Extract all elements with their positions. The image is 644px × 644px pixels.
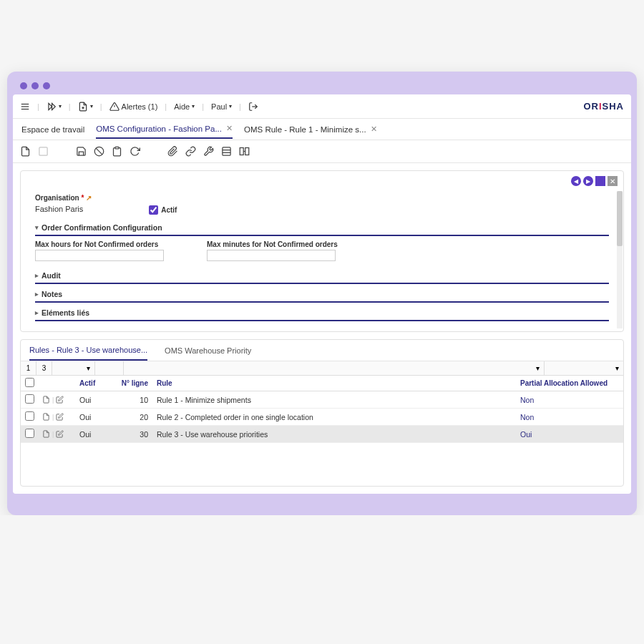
action-bar bbox=[13, 140, 631, 163]
brand-logo: ORISHA bbox=[583, 101, 624, 112]
open-icon[interactable] bbox=[42, 430, 50, 438]
help-button[interactable]: Aide ▾ bbox=[174, 102, 195, 111]
table-row[interactable]: | Oui 10 Rule 1 - Minimize shipments Non bbox=[21, 391, 623, 409]
content-area: ◀ ▶ ✕ Organisation * ↗ Fashion Paris bbox=[13, 163, 631, 494]
refresh-icon[interactable] bbox=[130, 146, 140, 157]
chevron-down-icon: ▾ bbox=[536, 364, 540, 372]
edit-icon[interactable] bbox=[56, 396, 64, 404]
attachment-icon[interactable] bbox=[167, 146, 178, 157]
filter-dropdown-2[interactable]: ▾ bbox=[124, 361, 545, 375]
col-rule[interactable]: Rule bbox=[152, 379, 516, 387]
titlebar bbox=[13, 77, 631, 94]
panel-header: ◀ ▶ ✕ bbox=[21, 171, 623, 191]
subtab-rules[interactable]: Rules - Rule 3 - Use warehouse... bbox=[29, 341, 147, 361]
filter-cell[interactable] bbox=[95, 361, 124, 375]
max-hours-label: Max hours for Not Confirmed orders bbox=[35, 240, 164, 248]
filter-dropdown-3[interactable]: ▾ bbox=[545, 361, 623, 375]
tab-label: OMS Rule - Rule 1 - Minimize s... bbox=[244, 125, 366, 134]
close-icon[interactable]: ✕ bbox=[226, 124, 233, 133]
cell-line: 30 bbox=[115, 430, 152, 439]
tool-icon[interactable] bbox=[203, 146, 214, 157]
help-label: Aide bbox=[174, 102, 190, 111]
next-button[interactable]: ▶ bbox=[583, 176, 593, 186]
org-label: Organisation * ↗ bbox=[35, 194, 92, 202]
logout-icon[interactable] bbox=[248, 102, 258, 112]
chevron-right-icon: ▸ bbox=[35, 309, 39, 316]
table-row[interactable]: | Oui 20 Rule 2 - Completed order in one… bbox=[21, 409, 623, 426]
chevron-down-icon: ▾ bbox=[87, 364, 90, 372]
cell-actif: Oui bbox=[75, 430, 115, 439]
max-hours-input[interactable] bbox=[35, 250, 164, 261]
tab-label: OMS Configuration - Fashion Pa... bbox=[96, 125, 222, 133]
svg-rect-18 bbox=[245, 148, 249, 155]
cell-partial: Oui bbox=[516, 430, 623, 439]
clipboard-icon[interactable] bbox=[112, 146, 122, 157]
new-icon[interactable] bbox=[20, 146, 31, 157]
window-dot-zoom[interactable] bbox=[43, 82, 50, 89]
section-order-confirmation[interactable]: ▾ Order Confirmation Configuration bbox=[35, 220, 609, 236]
section-audit[interactable]: ▸ Audit bbox=[35, 268, 609, 284]
close-icon[interactable]: ✕ bbox=[371, 125, 377, 134]
fast-forward-icon[interactable]: ▾ bbox=[47, 102, 62, 112]
menu-icon[interactable] bbox=[20, 102, 30, 112]
list-icon[interactable] bbox=[221, 146, 232, 157]
svg-rect-10 bbox=[39, 147, 47, 155]
prev-button[interactable]: ◀ bbox=[571, 176, 581, 186]
cancel-icon[interactable] bbox=[94, 146, 104, 157]
chevron-down-icon: ▾ bbox=[35, 224, 39, 231]
actif-checkbox[interactable]: Actif bbox=[149, 205, 177, 215]
table-body: | Oui 10 Rule 1 - Minimize shipments Non… bbox=[21, 391, 623, 443]
svg-line-12 bbox=[96, 148, 102, 155]
section-linked[interactable]: ▸ Eléments liés bbox=[35, 306, 609, 321]
alerts-label: Alertes (1) bbox=[122, 102, 158, 111]
col-partial[interactable]: Partial Allocation Allowed bbox=[516, 379, 623, 387]
subtab-bar: Rules - Rule 3 - Use warehouse... OMS Wa… bbox=[21, 340, 623, 361]
filter-bar: 1 3 ▾ ▾ ▾ bbox=[21, 361, 623, 376]
tab-oms-config[interactable]: OMS Configuration - Fashion Pa... ✕ bbox=[96, 119, 233, 139]
link-icon[interactable] bbox=[185, 146, 196, 157]
open-icon[interactable] bbox=[42, 413, 50, 421]
row-checkbox[interactable] bbox=[25, 429, 34, 438]
table-row[interactable]: | Oui 30 Rule 3 - Use warehouse prioriti… bbox=[21, 426, 623, 443]
max-minutes-label: Max minutes for Not Confirmed orders bbox=[207, 240, 338, 248]
section-notes[interactable]: ▸ Notes bbox=[35, 287, 609, 303]
cell-actif: Oui bbox=[75, 413, 115, 421]
cell-partial: Non bbox=[516, 413, 623, 421]
row-checkbox[interactable] bbox=[25, 394, 34, 404]
window-dot-close[interactable] bbox=[20, 82, 27, 89]
subtab-warehouse-priority[interactable]: OMS Warehouse Priority bbox=[165, 341, 251, 360]
edit-icon[interactable] bbox=[56, 430, 64, 438]
scrollbar[interactable] bbox=[617, 191, 623, 328]
app-frame: | ▾ | ▾ | Alertes (1) | Aide ▾ | Paul bbox=[7, 72, 637, 515]
edit-icon[interactable] bbox=[56, 413, 64, 421]
col-actif[interactable]: Actif bbox=[75, 379, 115, 387]
maximize-button[interactable] bbox=[595, 176, 605, 186]
tab-label: Espace de travail bbox=[21, 125, 84, 134]
disabled-icon bbox=[38, 146, 49, 157]
user-label: Paul bbox=[211, 102, 227, 111]
tab-workspace[interactable]: Espace de travail bbox=[21, 121, 84, 138]
tab-oms-rule[interactable]: OMS Rule - Rule 1 - Minimize s... ✕ bbox=[244, 120, 377, 138]
cell-rule: Rule 2 - Completed order in one single l… bbox=[152, 413, 516, 421]
actif-checkbox-input[interactable] bbox=[149, 205, 158, 215]
max-minutes-input[interactable] bbox=[207, 250, 336, 261]
save-icon[interactable] bbox=[76, 146, 87, 157]
filter-dropdown-1[interactable]: ▾ bbox=[52, 361, 95, 375]
window-dot-minimize[interactable] bbox=[31, 82, 39, 89]
cell-rule: Rule 1 - Minimize shipments bbox=[152, 396, 516, 404]
new-document-icon[interactable]: ▾ bbox=[78, 102, 93, 112]
select-all-checkbox[interactable] bbox=[25, 378, 34, 387]
cell-line: 10 bbox=[115, 396, 152, 404]
close-panel-button[interactable]: ✕ bbox=[608, 176, 618, 186]
transfer-icon[interactable] bbox=[239, 146, 250, 157]
row-checkbox[interactable] bbox=[25, 411, 34, 421]
rules-panel: Rules - Rule 3 - Use warehouse... OMS Wa… bbox=[20, 339, 624, 487]
page-current: 1 bbox=[21, 361, 36, 375]
col-line[interactable]: N° ligne bbox=[115, 379, 152, 387]
open-icon[interactable] bbox=[42, 396, 50, 404]
chevron-down-icon: ▾ bbox=[615, 364, 619, 372]
actif-label: Actif bbox=[161, 206, 177, 214]
user-button[interactable]: Paul ▾ bbox=[211, 102, 232, 111]
svg-rect-13 bbox=[115, 147, 119, 149]
alerts-button[interactable]: Alertes (1) bbox=[109, 102, 158, 112]
